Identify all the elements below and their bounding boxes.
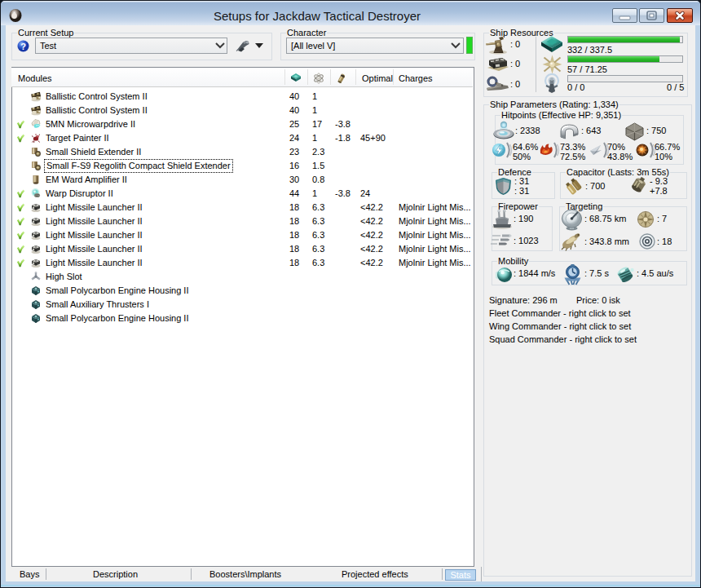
svg-text:?: ? bbox=[20, 42, 26, 51]
